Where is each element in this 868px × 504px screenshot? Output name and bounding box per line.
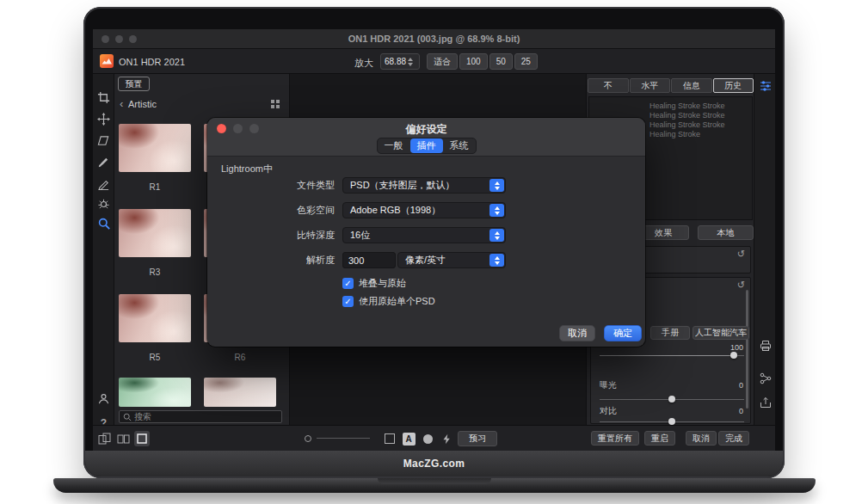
tab-plugins[interactable]: 插件 xyxy=(410,138,443,153)
search-input[interactable] xyxy=(134,412,278,421)
undo-icon[interactable]: ↺ xyxy=(737,280,745,290)
manual-button[interactable]: 手册 xyxy=(650,326,690,340)
category-header[interactable]: ‹ Artistic xyxy=(114,96,289,112)
zoom-25-button[interactable]: 25 xyxy=(514,53,538,70)
export-icon[interactable] xyxy=(757,394,773,410)
stack-with-original-checkbox[interactable]: ✓ 堆叠与原始 xyxy=(342,277,406,290)
search-icon xyxy=(123,413,132,421)
thumb-size-knob[interactable] xyxy=(305,435,311,442)
done-button[interactable]: 完成 xyxy=(718,431,749,446)
window-close-button[interactable] xyxy=(102,35,109,43)
dialog-title: 偏好设定 xyxy=(207,122,645,137)
tab-general[interactable]: 一般 xyxy=(378,138,410,153)
preset-search[interactable] xyxy=(119,410,282,423)
tool-strip: ? xyxy=(93,74,114,425)
refine-brush-tool-icon[interactable] xyxy=(95,175,112,192)
history-item[interactable]: Healing Stroke xyxy=(649,130,700,138)
frame-overlay-icon[interactable] xyxy=(382,431,397,446)
mask-preview-icon[interactable] xyxy=(420,431,435,446)
filmstrip-view-icon[interactable] xyxy=(115,431,131,446)
presets-button[interactable]: 预置 xyxy=(118,77,150,91)
checkbox-checked-icon: ✓ xyxy=(342,296,354,307)
masking-brush-tool-icon[interactable] xyxy=(95,154,112,170)
color-space-select[interactable]: Adobe RGB（1998） xyxy=(342,202,506,218)
transform-tool-icon[interactable] xyxy=(95,132,112,149)
zoom-100-button[interactable]: 100 xyxy=(459,53,488,70)
portrait-tool-icon[interactable] xyxy=(95,390,112,407)
exposure-slider[interactable] xyxy=(600,399,744,400)
history-item[interactable]: Healing Stroke Stroke xyxy=(649,111,725,120)
resolution-input[interactable] xyxy=(342,252,396,268)
preset-thumbnail-r5[interactable] xyxy=(119,294,191,342)
dialog-ok-button[interactable]: 确定 xyxy=(604,325,642,341)
preview-button[interactable]: 预习 xyxy=(458,431,497,446)
bit-depth-select[interactable]: 16位 xyxy=(342,227,506,243)
history-item[interactable]: Healing Stroke Stroke xyxy=(649,101,725,110)
thumb-size-track[interactable] xyxy=(317,438,370,439)
checkbox-checked-icon: ✓ xyxy=(342,278,354,289)
tone-slider[interactable] xyxy=(600,355,744,356)
history-item[interactable]: Healing Stroke Stroke xyxy=(649,120,725,129)
dialog-titlebar: 偏好设定 一般 插件 系统 xyxy=(207,118,645,157)
window-zoom-button[interactable] xyxy=(129,35,137,43)
browse-view-icon[interactable] xyxy=(96,431,112,446)
adjustments-icon[interactable] xyxy=(757,77,773,94)
preset-thumbnail-r1[interactable] xyxy=(119,124,191,172)
bottom-bar: A 预习 重置所有 重启 取消 完成 xyxy=(93,425,775,451)
zoom-tool-icon-selected[interactable] xyxy=(95,215,112,231)
window-minimize-button[interactable] xyxy=(115,35,123,43)
tab-none[interactable]: 不 xyxy=(588,78,629,93)
right-panel-tabs: 不 水平 信息 历史 xyxy=(588,78,754,93)
zoom-stepper-arrows-icon[interactable] xyxy=(408,58,413,66)
side-icon-strip xyxy=(754,74,775,425)
tab-levels[interactable]: 水平 xyxy=(630,78,671,93)
use-original-single-psd-checkbox[interactable]: ✓ 使用原始单个PSD xyxy=(342,295,435,308)
dialog-cancel-button[interactable]: 取消 xyxy=(559,325,595,341)
tone-slider-value: 100 xyxy=(717,343,743,352)
share-nodes-icon[interactable] xyxy=(757,370,773,386)
zoom-fit-button[interactable]: 适合 xyxy=(427,53,458,70)
bottom-action-buttons: 重置所有 重启 取消 完成 xyxy=(591,431,749,446)
resolution-label: 解析度 xyxy=(207,252,335,268)
select-stepper-icon xyxy=(489,179,504,192)
reset-all-button[interactable]: 重置所有 xyxy=(591,431,639,446)
resolution-unit-select[interactable]: 像素/英寸 xyxy=(397,252,506,268)
back-chevron-icon[interactable]: ‹ xyxy=(120,97,123,110)
tab-system[interactable]: 系统 xyxy=(443,138,476,153)
ai-auto-button[interactable]: 人工智能汽车 xyxy=(693,326,749,340)
move-tool-icon[interactable] xyxy=(95,111,112,127)
crop-tool-icon[interactable] xyxy=(95,89,112,106)
restart-button[interactable]: 重启 xyxy=(644,431,675,446)
effects-tab[interactable]: 效果 xyxy=(637,225,689,240)
zoom-50-button[interactable]: 50 xyxy=(489,53,513,70)
print-icon[interactable] xyxy=(757,337,773,353)
contrast-value: 0 xyxy=(717,407,743,415)
tab-info[interactable]: 信息 xyxy=(671,78,712,93)
grid-view-icon[interactable] xyxy=(271,100,280,109)
preset-thumbnail-r7[interactable] xyxy=(119,378,191,407)
preset-thumbnail-r8[interactable] xyxy=(204,378,276,407)
preset-label: R1 xyxy=(119,182,191,192)
color-space-value: Adobe RGB（1998） xyxy=(350,204,440,217)
contrast-slider-knob[interactable] xyxy=(668,418,675,425)
tone-slider-knob[interactable] xyxy=(730,352,737,359)
panel-scrollbar[interactable] xyxy=(746,290,748,409)
cancel-button[interactable]: 取消 xyxy=(686,431,717,446)
exposure-slider-knob[interactable] xyxy=(668,396,675,403)
file-type-select[interactable]: PSD（支持图层，默认） xyxy=(342,177,506,194)
contrast-slider[interactable] xyxy=(600,421,744,422)
select-stepper-icon xyxy=(489,254,504,267)
laptop-chin: MacZG.com xyxy=(85,451,783,476)
soft-proof-icon[interactable]: A xyxy=(401,431,416,446)
color-space-label: 色彩空间 xyxy=(207,202,335,218)
zoom-value-stepper[interactable] xyxy=(380,53,420,70)
undo-icon[interactable]: ↺ xyxy=(737,249,745,259)
screen: ON1 HDR 2021 (003.jpg @ 68.9% 8-bit) ON1… xyxy=(93,29,775,451)
local-tab[interactable]: 本地 xyxy=(698,225,754,240)
detail-view-icon-selected[interactable] xyxy=(134,431,150,446)
zoom-input[interactable] xyxy=(381,57,407,66)
tab-history[interactable]: 历史 xyxy=(713,78,754,93)
quick-preview-icon[interactable] xyxy=(439,431,454,446)
masking-bug-tool-icon[interactable] xyxy=(95,195,112,212)
preset-thumbnail-r3[interactable] xyxy=(119,209,191,257)
